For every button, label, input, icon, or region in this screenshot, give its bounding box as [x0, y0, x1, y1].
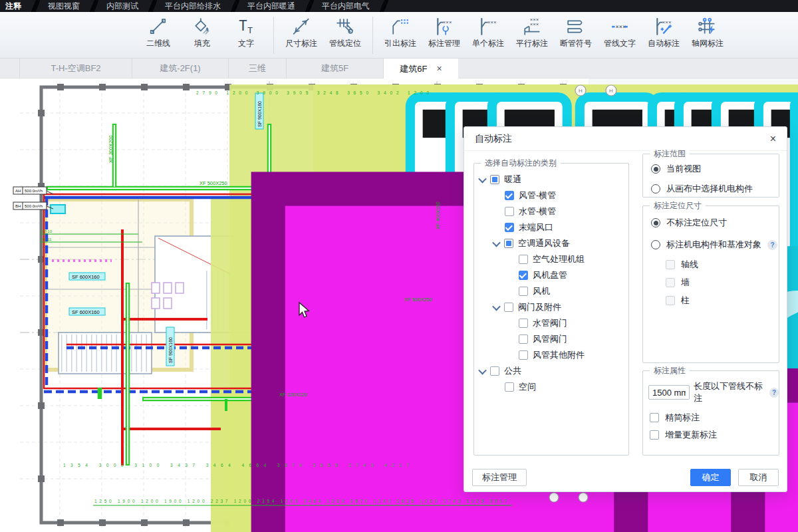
radio-annotate-with-datum[interactable]: 标注机电构件和基准对象 ?	[651, 239, 779, 251]
tool-label: 尺寸标注	[285, 38, 317, 49]
doc-tab-3d[interactable]: 三维	[229, 59, 287, 78]
menu-tab-electrical[interactable]: 平台内部电气	[314, 0, 378, 12]
chevron-down-icon[interactable]	[492, 238, 501, 247]
position-groupbox: 标注定位尺寸 不标注定位尺寸 标注机电构件和基准对象 ? 轴线 墙 柱	[642, 205, 779, 363]
chevron-down-icon[interactable]	[492, 302, 501, 311]
tool-pipe-text[interactable]: ××× 管线文字	[598, 15, 642, 56]
help-icon[interactable]: ?	[769, 388, 779, 398]
tree-item-space[interactable]: 空间	[474, 379, 628, 395]
menu-tab-annotation[interactable]: 注释	[0, 0, 29, 12]
doc-tab-arch-6f[interactable]: 建筑6F ×	[384, 59, 458, 78]
menu-tab-internal-test[interactable]: 内部测试	[98, 0, 146, 12]
checkbox-disabled	[666, 296, 675, 305]
ok-button[interactable]: 确定	[690, 469, 731, 486]
tool-pipe-locate[interactable]: 管线定位	[323, 15, 367, 56]
doc-tab-arch-2f[interactable]: 建筑-2F(1)	[132, 59, 229, 78]
tree-label: 风机盘管	[533, 269, 567, 281]
checkbox-axis[interactable]: 轴线	[666, 259, 779, 271]
radio-no-position-dim[interactable]: 不标注定位尺寸	[651, 217, 779, 229]
checkbox-incremental-update[interactable]: 增量更新标注	[650, 429, 779, 441]
tree-item-duct-horizontal[interactable]: 风管-横管	[474, 188, 628, 203]
checkbox-unchecked[interactable]	[519, 334, 528, 344]
tree-item-duct-valve[interactable]: 风管阀门	[474, 331, 628, 347]
menu-tab-plumbing[interactable]: 平台内部给排水	[157, 0, 229, 12]
checkbox-unchecked[interactable]	[519, 255, 528, 264]
checkbox-unchecked[interactable]	[505, 382, 514, 392]
tree-item-fan-coil[interactable]: 风机盘管	[474, 267, 628, 283]
checkbox-unchecked[interactable]	[505, 207, 514, 216]
tool-fill[interactable]: 填充	[180, 15, 224, 56]
checkbox-unchecked[interactable]	[490, 366, 499, 376]
cancel-button[interactable]: 取消	[738, 469, 779, 486]
svg-text:KT-11: KT-11	[41, 237, 52, 241]
radio-selected[interactable]	[651, 218, 660, 227]
chevron-down-icon[interactable]	[478, 174, 487, 183]
chevron-down-icon[interactable]	[478, 366, 487, 374]
radio-pick-from-canvas[interactable]: 从画布中选择机电构件	[651, 183, 779, 195]
tree-item-ahu[interactable]: 空气处理机组	[474, 251, 628, 267]
radio-unselected[interactable]	[651, 240, 660, 249]
tree-item-duct-accessory[interactable]: 风管其他附件	[474, 347, 628, 363]
tree-item-valves[interactable]: 阀门及附件	[474, 299, 628, 315]
checkbox-unchecked[interactable]	[519, 350, 528, 360]
checkbox-label: 柱	[681, 295, 690, 307]
tree-label: 风管其他附件	[533, 349, 585, 361]
tool-dimension[interactable]: 尺寸标注	[279, 15, 323, 56]
svg-text:SF 900X160: SF 900X160	[168, 337, 173, 363]
dialog-close-icon[interactable]: ×	[770, 134, 776, 144]
doc-tab-arch-5f[interactable]: 建筑5F	[287, 59, 384, 78]
checkbox-unchecked[interactable]	[504, 303, 513, 312]
tool-annotation-manage[interactable]: ××× 标注管理	[422, 15, 466, 56]
radio-label: 不标注定位尺寸	[666, 217, 727, 229]
menu-tab-viewport[interactable]: 视图视窗	[40, 0, 88, 12]
tree-item-pipe-horizontal[interactable]: 水管-横管	[474, 203, 628, 219]
tool-break-pipe-symbol[interactable]: 断管符号	[554, 15, 598, 56]
svg-text:H: H	[579, 88, 583, 94]
tool-grid-annotation[interactable]: 轴网标注	[686, 15, 730, 56]
checkbox-checked[interactable]	[505, 223, 514, 232]
checkbox-partial[interactable]	[490, 175, 499, 184]
tool-leader-annotation[interactable]: 引出标注	[378, 15, 422, 56]
tree-item-hvac-equipment[interactable]: 空调通风设备	[474, 235, 628, 251]
tool-parallel-annotation[interactable]: ×××××× 平行标注	[510, 15, 554, 56]
tool-single-annotation[interactable]: ××× 单个标注	[466, 15, 510, 56]
svg-text:×××: ×××	[487, 19, 497, 25]
length-threshold-input[interactable]	[648, 385, 690, 400]
radio-current-view[interactable]: 当前视图	[651, 163, 779, 175]
tool-2d-line[interactable]: 二维线	[136, 15, 180, 56]
tool-label: 管线文字	[604, 38, 636, 49]
tree-item-fan[interactable]: 风机	[474, 283, 628, 299]
leader-annotation-icon	[391, 17, 410, 36]
help-icon[interactable]: ?	[767, 240, 777, 250]
checkbox-partial[interactable]	[504, 239, 513, 248]
checkbox-unchecked[interactable]	[519, 287, 528, 296]
svg-text:1354 3000 3100 3437 3464 4664: 1354 3000 3100 3437 3464 4664 3870 3655 …	[63, 463, 409, 467]
checkbox-unchecked[interactable]	[650, 430, 659, 440]
radio-selected[interactable]	[651, 164, 660, 174]
svg-text:T: T	[247, 25, 253, 35]
checkbox-concise-annotation[interactable]: 精简标注	[650, 412, 779, 424]
checkbox-checked[interactable]	[505, 191, 514, 200]
pipe-locate-icon	[336, 17, 354, 36]
tool-text[interactable]: T T 文字	[224, 15, 268, 56]
radio-unselected[interactable]	[651, 184, 660, 194]
checkbox-wall[interactable]: 墙	[666, 277, 779, 289]
checkbox-unchecked[interactable]	[650, 413, 659, 422]
tool-label: 标注管理	[428, 38, 460, 49]
tree-item-hvac[interactable]: 暖通	[474, 172, 628, 188]
close-tab-icon[interactable]: ×	[436, 59, 442, 78]
tree-item-public[interactable]: 公共	[474, 363, 628, 379]
doc-tab-thk-bf2[interactable]: T-H-空调BF2	[19, 59, 132, 78]
checkbox-disabled	[666, 260, 675, 269]
checkbox-column[interactable]: 柱	[666, 295, 779, 307]
menu-tab-hvac[interactable]: 平台内部暖通	[239, 0, 303, 12]
tree-item-terminal-outlet[interactable]: 末端风口	[474, 219, 628, 235]
checkbox-disabled	[666, 278, 675, 287]
annotation-manage-button[interactable]: 标注管理	[472, 469, 527, 486]
tree-label: 风管阀门	[533, 333, 567, 345]
tree-item-water-valve[interactable]: 水管阀门	[474, 315, 628, 331]
checkbox-unchecked[interactable]	[519, 319, 528, 328]
tool-label: 填充	[194, 38, 210, 49]
checkbox-checked[interactable]	[519, 271, 528, 280]
tool-auto-annotation[interactable]: ××× 自动标注	[642, 15, 686, 56]
